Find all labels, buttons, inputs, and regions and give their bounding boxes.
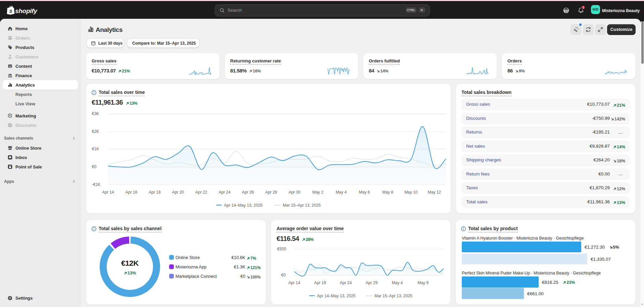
svg-text:S: S — [9, 9, 12, 14]
svg-text:shopify: shopify — [15, 7, 38, 14]
